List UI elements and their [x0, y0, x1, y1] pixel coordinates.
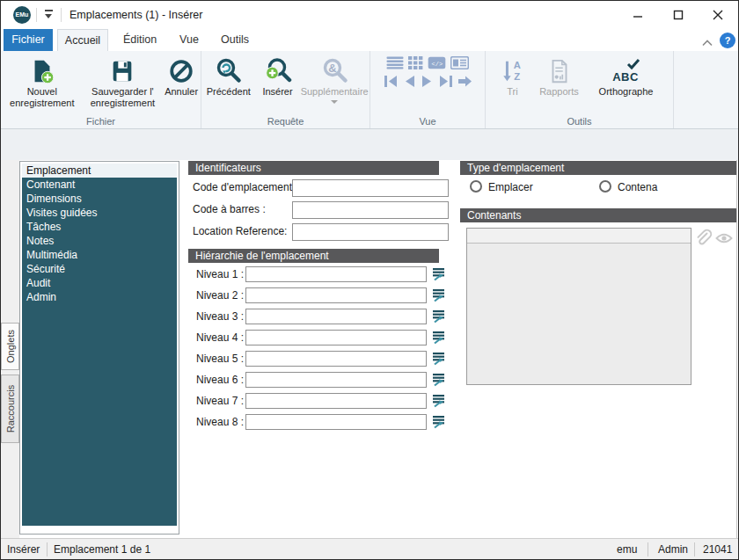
attachment-icon[interactable]	[693, 229, 713, 248]
previous-search-button[interactable]: Précédent	[201, 54, 256, 104]
vertical-tab-raccourcis[interactable]: Raccourcis	[1, 375, 19, 443]
label-niveau-3: Niveau 3 :	[196, 310, 244, 323]
spellcheck-button[interactable]: ABC Orthographe	[587, 54, 666, 98]
view-attachment-icon[interactable]	[715, 232, 733, 244]
niveau-1-input[interactable]	[245, 266, 427, 282]
niveau-7-input[interactable]	[245, 393, 427, 409]
status-mode: Insérer	[7, 539, 40, 560]
form-panel: Identificateurs Code d'emplacement : Cod…	[182, 160, 737, 539]
nav-goto-icon[interactable]	[457, 75, 472, 88]
help-button[interactable]: ?	[720, 33, 735, 48]
section-header-hierarchie: Hiérarchie de l'emplacement	[188, 249, 439, 263]
sidebar-item-dimensions[interactable]: Dimensions	[22, 192, 177, 206]
sidebar-item-securite[interactable]: Sécurité	[22, 262, 177, 276]
niveau-3-input[interactable]	[245, 309, 427, 324]
ribbon-group-vue: </>	[370, 51, 486, 128]
niveau-4-lookup-button[interactable]	[431, 331, 447, 345]
reports-icon	[546, 55, 573, 86]
supplementary-search-button[interactable]: & Supplémentaire	[299, 54, 370, 104]
label-code-emplacement: Code d'emplacement :	[193, 181, 298, 193]
close-button[interactable]	[698, 1, 738, 29]
cancel-button[interactable]: Annuler	[162, 54, 201, 108]
niveau-6-lookup-button[interactable]	[431, 373, 447, 387]
ribbon-group-outils: A Z Tri	[486, 51, 674, 128]
code-barres-input[interactable]	[292, 201, 449, 219]
sidebar-item-audit[interactable]: Audit	[22, 276, 177, 290]
view-grid-icon[interactable]	[408, 56, 423, 69]
sidebar-item-taches[interactable]: Tâches	[22, 220, 177, 234]
label-niveau-7: Niveau 7 :	[196, 395, 244, 407]
tab-fichier[interactable]: Fichier	[4, 29, 53, 51]
new-record-icon	[29, 55, 55, 86]
lookup-list-icon	[431, 394, 447, 408]
tab-vue[interactable]: Vue	[172, 29, 207, 51]
radio-contenant[interactable]	[599, 180, 611, 193]
new-record-button[interactable]: Nouvel enregistrement	[1, 54, 84, 108]
niveau-4-input[interactable]	[245, 330, 427, 345]
minimize-button[interactable]	[618, 1, 658, 29]
lookup-list-icon	[431, 415, 447, 429]
collapse-ribbon-button[interactable]	[702, 34, 713, 50]
niveau-8-lookup-button[interactable]	[431, 415, 447, 429]
niveau-1-lookup-button[interactable]	[431, 267, 447, 281]
containers-list[interactable]	[466, 228, 691, 385]
tab-accueil[interactable]: Accueil	[57, 29, 108, 51]
nav-previous-icon[interactable]	[403, 75, 416, 88]
niveau-2-input[interactable]	[245, 287, 427, 303]
status-record-position: Emplacement 1 de 1	[54, 539, 150, 560]
lookup-list-icon	[431, 288, 447, 302]
niveau-8-input[interactable]	[245, 414, 427, 430]
niveau-6-input[interactable]	[245, 372, 427, 388]
svg-text:</>: </>	[431, 61, 443, 68]
location-reference-input[interactable]	[292, 223, 449, 241]
code-emplacement-input[interactable]	[292, 179, 449, 197]
view-form-icon[interactable]	[450, 56, 469, 69]
view-code-icon[interactable]: </>	[428, 56, 446, 69]
niveau-5-lookup-button[interactable]	[431, 352, 447, 366]
save-record-button[interactable]: Sauvegarder l' enregistrement	[84, 54, 163, 108]
nav-last-icon[interactable]	[438, 75, 453, 88]
label-niveau-8: Niveau 8 :	[196, 416, 244, 428]
tab-outils[interactable]: Outils	[213, 29, 257, 51]
lookup-list-icon	[431, 352, 447, 366]
sidebar-item-emplacement[interactable]: Emplacement	[22, 164, 177, 178]
ribbon-tab-row: Fichier Accueil Édition Vue Outils	[1, 29, 738, 51]
group-label-requete: Requête	[201, 116, 370, 127]
maximize-button[interactable]	[658, 1, 699, 29]
separator	[61, 8, 62, 22]
sidebar-item-multimedia[interactable]: Multimédia	[22, 248, 177, 262]
niveau-3-lookup-button[interactable]	[431, 309, 447, 324]
nav-next-icon[interactable]	[421, 75, 434, 88]
sidebar-item-notes[interactable]: Notes	[22, 234, 177, 248]
content-area: Onglets Raccourcis Emplacement Contenant…	[1, 160, 738, 539]
insert-button[interactable]: Insérer	[256, 54, 300, 104]
tab-edition[interactable]: Édition	[115, 29, 165, 51]
lookup-list-icon	[431, 309, 447, 324]
nav-first-icon[interactable]	[384, 75, 399, 88]
svg-text:ABC: ABC	[612, 70, 639, 84]
separator	[694, 542, 695, 556]
group-label-vue: Vue	[370, 116, 485, 127]
window-title: Emplacements (1) - Insérer	[70, 1, 202, 29]
command-row: 22	[1, 129, 738, 160]
niveau-2-lookup-button[interactable]	[431, 288, 447, 302]
niveau-7-lookup-button[interactable]	[431, 394, 447, 408]
maximize-icon	[673, 10, 684, 20]
sidebar-item-contenant[interactable]: Contenant	[22, 178, 177, 192]
quick-access-dropdown-icon[interactable]	[43, 9, 55, 21]
niveau-5-input[interactable]	[245, 351, 427, 367]
view-list-icon[interactable]	[386, 56, 404, 69]
status-user: emu	[617, 539, 637, 560]
radio-emplacement[interactable]	[470, 180, 482, 193]
application-window: EMu Emplacements (1) - Insérer Fichier A…	[0, 0, 739, 560]
vertical-tab-onglets[interactable]: Onglets	[1, 323, 19, 370]
sidebar-item-admin[interactable]: Admin	[22, 290, 177, 304]
sort-button[interactable]: A Z Tri	[494, 54, 532, 98]
emu-app-icon[interactable]: EMu	[13, 6, 31, 24]
label-niveau-4: Niveau 4 :	[196, 331, 244, 344]
sidebar-item-visites-guidees[interactable]: Visites guidées	[22, 206, 177, 220]
label-niveau-1: Niveau 1 :	[196, 268, 244, 280]
label-location-reference: Location Reference:	[193, 225, 287, 237]
reports-button[interactable]: Rapports	[532, 54, 587, 98]
save-record-icon	[109, 55, 135, 86]
